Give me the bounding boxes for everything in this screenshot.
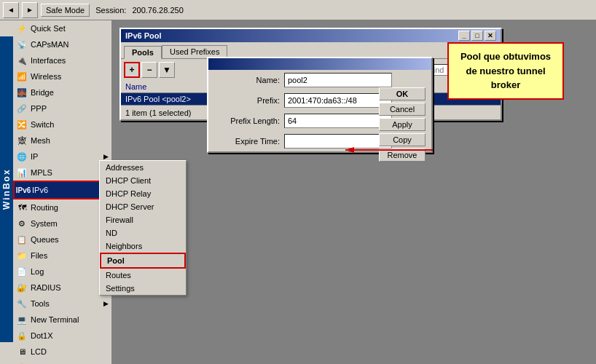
tab-pools[interactable]: Pools: [124, 46, 162, 59]
submenu-routes[interactable]: Routes: [100, 269, 186, 282]
submenu-addresses[interactable]: Addresses: [100, 161, 186, 174]
tools-arrow: ▶: [103, 300, 109, 307]
sidebar-item-metarouter[interactable]: 📦 MetaROUTER: [13, 360, 111, 364]
wireless-icon: 📶: [16, 71, 28, 82]
cancel-button[interactable]: Cancel: [379, 103, 426, 116]
sidebar-item-ppp[interactable]: 🔗 PPP: [13, 100, 111, 116]
sidebar-item-switch[interactable]: 🔀 Switch: [13, 116, 111, 132]
safe-mode-button[interactable]: Safe Mode: [41, 4, 90, 17]
sidebar-item-ipv6[interactable]: IPv6 IPv6 ▶: [13, 181, 111, 199]
sidebar-item-label-lcd: LCD: [31, 347, 47, 356]
ip-icon: 🌐: [16, 151, 28, 162]
form-row-prefix: Prefix:: [208, 90, 380, 111]
window-controls: _ □ ✕: [458, 31, 496, 41]
add-button[interactable]: +: [124, 62, 140, 78]
maximize-button[interactable]: □: [471, 31, 483, 41]
arrow-annotation: [338, 143, 440, 159]
sidebar-item-new-terminal[interactable]: 💻 New Terminal: [13, 312, 111, 328]
submenu-dhcp-server[interactable]: DHCP Server: [100, 200, 186, 213]
sidebar-item-label-queues: Queues: [31, 235, 59, 244]
ppp-icon: 🔗: [16, 103, 28, 114]
sidebar-item-label-files: Files: [31, 251, 47, 260]
tools-icon: 🔧: [16, 298, 28, 309]
nav-back-button[interactable]: ◄: [3, 2, 19, 18]
sidebar-item-label-mpls: MPLS: [31, 168, 52, 177]
queues-icon: 📋: [16, 234, 28, 245]
sidebar-item-system[interactable]: ⚙ System ▶: [13, 215, 111, 232]
system-icon: ⚙: [16, 218, 28, 229]
dot1x-icon: 🔒: [16, 330, 28, 341]
sidebar-item-routing[interactable]: 🗺 Routing ▶: [13, 199, 111, 215]
ok-button[interactable]: OK: [379, 87, 426, 100]
ipv6-submenu: Addresses DHCP Client DHCP Relay DHCP Se…: [99, 160, 187, 296]
nav-forward-button[interactable]: ►: [22, 2, 38, 18]
sidebar-item-wireless[interactable]: 📶 Wireless: [13, 68, 111, 84]
capsman-icon: 📡: [16, 39, 28, 50]
sidebar-item-radius[interactable]: 🔐 RADIUS: [13, 280, 111, 296]
prefix-label: Prefix:: [214, 96, 280, 105]
files-icon: 📁: [16, 250, 28, 261]
bridge-icon: 🌉: [16, 87, 28, 98]
sidebar-item-ip[interactable]: 🌐 IP ▶: [13, 149, 111, 165]
apply-button[interactable]: Apply: [379, 118, 426, 131]
sidebar-item-quick-set[interactable]: ⚡ Quick Set: [13, 20, 111, 36]
minimize-button[interactable]: _: [458, 31, 470, 41]
submenu-pool[interactable]: Pool: [100, 253, 186, 269]
filter-button[interactable]: ▼: [159, 62, 175, 78]
sidebar-item-label-mesh: Mesh: [31, 136, 50, 145]
pool-detail-titlebar: [208, 58, 431, 70]
submenu-dhcp-client[interactable]: DHCP Client: [100, 174, 186, 187]
sidebar-item-queues[interactable]: 📋 Queues: [13, 232, 111, 248]
sidebar: ⚡ Quick Set 📡 CAPsMAN 🔌 Interfaces 📶 Wir…: [13, 20, 112, 364]
sidebar-item-label-tools: Tools: [31, 299, 50, 308]
mesh-icon: 🕸: [16, 135, 28, 146]
winbox-label: WinBox: [0, 36, 13, 342]
log-icon: 📄: [16, 266, 28, 277]
sidebar-item-tools[interactable]: 🔧 Tools ▶: [13, 296, 111, 312]
tooltip-box: Pool que obtuvimos de nuestro tunnel bro…: [447, 42, 564, 100]
main-toolbar: ◄ ► Safe Mode Session: 200.76.28.250: [0, 0, 596, 20]
sidebar-item-bridge[interactable]: 🌉 Bridge: [13, 84, 111, 100]
sidebar-item-mesh[interactable]: 🕸 Mesh: [13, 132, 111, 149]
window-titlebar: IPv6 Pool _ □ ✕: [121, 29, 501, 42]
sidebar-item-label-log: Log: [31, 267, 44, 276]
sidebar-item-label-new-terminal: New Terminal: [31, 315, 79, 324]
sidebar-item-label-system: System: [31, 219, 58, 228]
pool-detail-form: Name: Prefix: Prefix Length: Expire Time…: [207, 57, 433, 153]
status-text: 1 item (1 selected): [125, 108, 191, 117]
sidebar-item-label-ipv6: IPv6: [32, 186, 48, 194]
switch-icon: 🔀: [16, 119, 28, 130]
sidebar-item-label-radius: RADIUS: [31, 283, 61, 292]
prefix-length-label: Prefix Length:: [214, 116, 280, 125]
window-title: IPv6 Pool: [125, 31, 162, 40]
submenu-neighbors[interactable]: Neighbors: [100, 240, 186, 253]
sidebar-item-interfaces[interactable]: 🔌 Interfaces: [13, 52, 111, 68]
sidebar-item-label-bridge: Bridge: [31, 88, 54, 97]
sidebar-item-label-interfaces: Interfaces: [31, 56, 66, 65]
remove-button[interactable]: −: [141, 62, 157, 78]
lcd-icon: 🖥: [16, 346, 28, 357]
form-row-prefix-length: Prefix Length:: [208, 111, 380, 131]
submenu-settings[interactable]: Settings: [100, 282, 186, 295]
ipv6-icon: IPv6: [17, 184, 29, 196]
sidebar-item-log[interactable]: 📄 Log: [13, 264, 111, 280]
submenu-dhcp-relay[interactable]: DHCP Relay: [100, 187, 186, 200]
sidebar-item-label-quick-set: Quick Set: [31, 24, 66, 33]
sidebar-item-label-dot1x: Dot1X: [31, 331, 53, 340]
submenu-firewall[interactable]: Firewall: [100, 213, 186, 226]
sidebar-item-label-switch: Switch: [31, 120, 54, 129]
mpls-icon: 📊: [16, 167, 28, 178]
sidebar-item-dot1x[interactable]: 🔒 Dot1X: [13, 328, 111, 344]
sidebar-item-label-capsman: CAPsMAN: [31, 40, 69, 49]
radius-icon: 🔐: [16, 282, 28, 293]
close-button[interactable]: ✕: [485, 31, 496, 41]
sidebar-item-mpls[interactable]: 📊 MPLS ▶: [13, 165, 111, 181]
sidebar-item-files[interactable]: 📁 Files: [13, 248, 111, 264]
session-value: 200.76.28.250: [132, 6, 183, 15]
submenu-nd[interactable]: ND: [100, 226, 186, 240]
sidebar-item-capsman[interactable]: 📡 CAPsMAN: [13, 36, 111, 52]
expire-time-label: Expire Time:: [214, 137, 280, 146]
session-label: Session:: [95, 6, 126, 15]
sidebar-item-lcd[interactable]: 🖥 LCD: [13, 344, 111, 360]
form-row-name: Name:: [208, 70, 380, 90]
